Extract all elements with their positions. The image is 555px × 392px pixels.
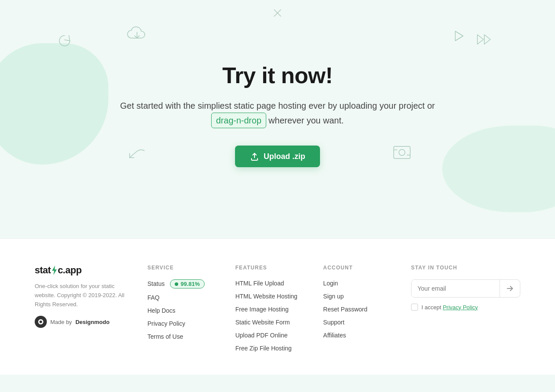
account-list: Login Sign up Reset Password Support Aff… bbox=[323, 279, 394, 339]
image-hosting-link[interactable]: Free Image Hosting bbox=[235, 306, 289, 313]
made-by-label: Made by bbox=[50, 319, 72, 325]
footer-account: ACCOUNT Login Sign up Reset Password Sup… bbox=[323, 265, 394, 357]
upload-button[interactable]: Upload .zip bbox=[235, 146, 320, 167]
faq-link[interactable]: FAQ bbox=[147, 294, 160, 301]
email-form bbox=[411, 279, 520, 298]
svg-marker-10 bbox=[52, 266, 57, 275]
account-title: ACCOUNT bbox=[323, 265, 394, 271]
logo-bolt-icon bbox=[51, 266, 57, 275]
logo-text-before: stat bbox=[35, 265, 51, 276]
hero-subtitle: Get started with the simpliest static pa… bbox=[108, 99, 447, 128]
designmodo-icon bbox=[35, 316, 47, 328]
hero-content: Try it now! Get started with the simplie… bbox=[108, 62, 447, 167]
status-badge: 99.81% bbox=[170, 279, 205, 288]
stay-in-touch-title: STAY IN TOUCH bbox=[411, 265, 520, 271]
reset-password-link[interactable]: Reset Password bbox=[323, 306, 367, 313]
play-icon bbox=[454, 30, 464, 43]
list-item: HTML Website Hosting bbox=[235, 292, 306, 300]
logo-text-after: c.app bbox=[58, 265, 82, 276]
subtitle-after: wherever you want. bbox=[268, 116, 343, 125]
list-item: Status 99.81% bbox=[147, 279, 218, 288]
support-link[interactable]: Support bbox=[323, 319, 344, 326]
email-submit-button[interactable] bbox=[500, 280, 520, 297]
privacy-row: I accept Privacy Policy bbox=[411, 304, 520, 311]
list-item: FAQ bbox=[147, 294, 218, 301]
brand-description: One-click solution for your static websi… bbox=[35, 282, 130, 309]
footer: stat c.app One-click solution for your s… bbox=[0, 238, 555, 375]
service-title: SERVICE bbox=[147, 265, 218, 271]
hero-section: Try it now! Get started with the simplie… bbox=[0, 0, 555, 238]
send-icon bbox=[506, 285, 514, 292]
footer-features: FEATURES HTML File Upload HTML Website H… bbox=[235, 265, 306, 357]
made-by-brand: Designmodo bbox=[75, 319, 110, 325]
list-item: Help Docs bbox=[147, 307, 218, 314]
list-item: Sign up bbox=[323, 292, 394, 300]
static-form-link[interactable]: Static Website Form bbox=[235, 319, 290, 326]
svg-point-12 bbox=[39, 321, 42, 323]
svg-marker-8 bbox=[477, 35, 483, 44]
list-item: Static Website Form bbox=[235, 318, 306, 326]
refresh-icon bbox=[56, 32, 73, 51]
logo: stat c.app bbox=[35, 265, 130, 276]
helpdocs-link[interactable]: Help Docs bbox=[147, 307, 176, 314]
login-link[interactable]: Login bbox=[323, 280, 338, 287]
affiliates-link[interactable]: Affiliates bbox=[323, 332, 346, 339]
features-list: HTML File Upload HTML Website Hosting Fr… bbox=[235, 279, 306, 352]
features-title: FEATURES bbox=[235, 265, 306, 271]
list-item: Upload PDF Online bbox=[235, 331, 306, 339]
list-item: Free Zip File Hosting bbox=[235, 344, 306, 352]
cloud-icon bbox=[126, 26, 148, 44]
list-item: Support bbox=[323, 318, 394, 326]
list-item: Free Image Hosting bbox=[235, 305, 306, 313]
upload-icon bbox=[250, 152, 259, 161]
subtitle-before: Get started with the simpliest static pa… bbox=[120, 101, 435, 110]
drag-n-drop-highlight: drag-n-drop bbox=[211, 113, 266, 128]
privacy-link[interactable]: Privacy Policy bbox=[147, 320, 185, 327]
footer-service: SERVICE Status 99.81% FAQ Help Docs Priv… bbox=[147, 265, 218, 357]
html-hosting-link[interactable]: HTML Website Hosting bbox=[235, 293, 297, 300]
privacy-text: I accept Privacy Policy bbox=[421, 304, 478, 311]
footer-brand: stat c.app One-click solution for your s… bbox=[35, 265, 130, 357]
terms-link[interactable]: Terms of Use bbox=[147, 333, 183, 340]
list-item: HTML File Upload bbox=[235, 279, 306, 287]
pdf-upload-link[interactable]: Upload PDF Online bbox=[235, 332, 288, 339]
blob-right bbox=[442, 126, 555, 212]
privacy-policy-link[interactable]: Privacy Policy bbox=[443, 304, 478, 311]
html-upload-link[interactable]: HTML File Upload bbox=[235, 280, 284, 287]
signup-link[interactable]: Sign up bbox=[323, 293, 343, 300]
status-dot bbox=[175, 282, 178, 286]
zip-hosting-link[interactable]: Free Zip File Hosting bbox=[235, 345, 292, 352]
list-item: Affiliates bbox=[323, 331, 394, 339]
hero-title: Try it now! bbox=[108, 62, 447, 88]
service-list: Status 99.81% FAQ Help Docs Privacy Poli… bbox=[147, 279, 218, 340]
privacy-checkbox[interactable] bbox=[411, 304, 418, 311]
status-link[interactable]: Status 99.81% bbox=[147, 280, 205, 287]
list-item: Privacy Policy bbox=[147, 320, 218, 327]
made-by: Made by Designmodo bbox=[35, 316, 130, 328]
upload-button-label: Upload .zip bbox=[264, 152, 305, 161]
blob-left bbox=[0, 43, 108, 165]
list-item: Login bbox=[323, 279, 394, 287]
svg-marker-9 bbox=[484, 35, 490, 44]
list-item: Reset Password bbox=[323, 305, 394, 313]
list-item: Terms of Use bbox=[147, 333, 218, 340]
email-input[interactable] bbox=[411, 280, 500, 297]
close-icon bbox=[272, 8, 283, 20]
svg-marker-7 bbox=[455, 31, 463, 41]
footer-stay-in-touch: STAY IN TOUCH I accept Privacy Policy bbox=[411, 265, 520, 357]
forward-icon bbox=[477, 34, 492, 47]
